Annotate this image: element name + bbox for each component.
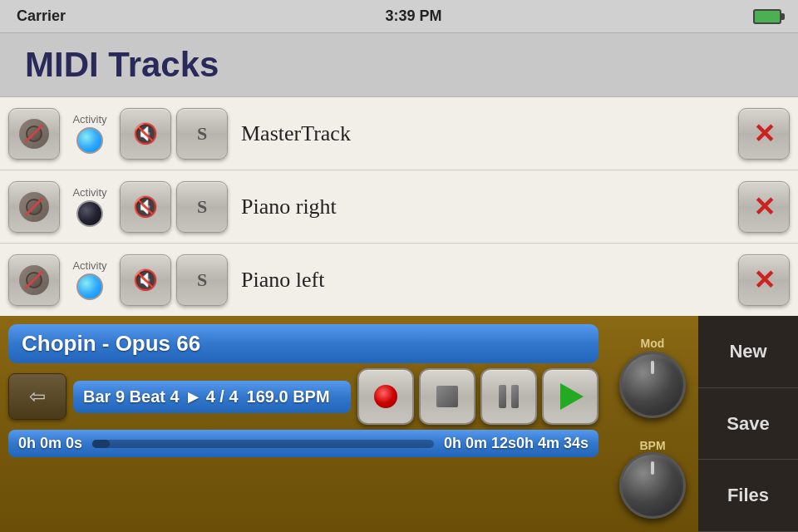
- status-bar: Carrier 3:39 PM: [0, 0, 798, 33]
- mute-button-2[interactable]: [8, 181, 60, 233]
- mod-section: Mod: [616, 330, 689, 425]
- play-button[interactable]: [542, 368, 598, 425]
- stop-icon: [436, 386, 458, 407]
- timeline-track[interactable]: [92, 440, 434, 448]
- bpm-section: BPM: [619, 439, 686, 519]
- table-row: Activity 🔇 S Piano right ✕: [0, 170, 798, 244]
- knob-row: 0h 0m 0s 0h 0m 12s 0h 4m 34s: [8, 430, 598, 457]
- beat-info: Bar 9 Beat 4 ▶ 4 / 4 169.0 BPM: [73, 381, 351, 413]
- back-arrow-icon: ⇦: [29, 385, 46, 408]
- speaker-button-3[interactable]: 🔇: [120, 254, 171, 306]
- speaker-icon-2: 🔇: [133, 195, 158, 219]
- bpm-display: 169.0 BPM: [247, 387, 330, 406]
- solo-button-1[interactable]: S: [176, 108, 228, 160]
- delete-button-2[interactable]: ✕: [738, 181, 790, 233]
- record-icon: [374, 385, 397, 408]
- time-end: 0h 4m 34s: [516, 435, 589, 452]
- activity-indicator-1: [76, 127, 103, 154]
- time-signature: 4 / 4: [206, 387, 239, 406]
- solo-button-3[interactable]: S: [176, 254, 228, 306]
- solo-label-1: S: [197, 123, 207, 145]
- pause-icon: [499, 385, 519, 408]
- delete-icon-1: ✕: [753, 118, 776, 150]
- time-start: 0h 0m 0s: [18, 435, 82, 452]
- speaker-icon-3: 🔇: [133, 268, 158, 292]
- track-name-1: MasterTrack: [233, 121, 733, 146]
- activity-label-1: Activity: [72, 113, 106, 126]
- activity-label-3: Activity: [72, 259, 106, 272]
- activity-indicator-2: [76, 200, 103, 227]
- delete-icon-2: ✕: [753, 191, 776, 223]
- track-name-2: Piano right: [233, 195, 733, 219]
- delete-button-3[interactable]: ✕: [738, 254, 790, 306]
- clock: 3:39 PM: [386, 7, 442, 25]
- time-mid: 0h 0m 12s: [444, 435, 516, 452]
- carrier-label: Carrier: [17, 7, 66, 25]
- activity-col-2: Activity: [65, 186, 115, 227]
- mod-label: Mod: [641, 337, 665, 350]
- speaker-icon-1: 🔇: [133, 122, 158, 145]
- table-row: Activity 🔇 S Piano left ✕: [0, 244, 798, 317]
- speaker-button-1[interactable]: 🔇: [120, 108, 171, 160]
- tracks-list: Activity 🔇 S MasterTrack ✕ Activity 🔇 S: [0, 96, 798, 318]
- page-title-bar: MIDI Tracks: [0, 33, 798, 96]
- stop-button[interactable]: [419, 368, 475, 425]
- delete-button-1[interactable]: ✕: [738, 108, 790, 160]
- mute-icon-2: [19, 192, 49, 222]
- mod-knob[interactable]: [619, 352, 686, 418]
- pause-button[interactable]: [480, 368, 537, 425]
- knobs-panel: Mod BPM: [607, 316, 698, 532]
- bar-beat-label: Bar 9 Beat 4: [83, 387, 180, 406]
- bpm-label: BPM: [639, 439, 665, 452]
- timeline-bar[interactable]: 0h 0m 0s 0h 0m 12s 0h 4m 34s: [8, 430, 598, 457]
- right-sidebar: New Save Files: [698, 316, 798, 532]
- page-title: MIDI Tracks: [25, 45, 219, 85]
- song-name-bar[interactable]: Chopin - Opus 66: [8, 324, 598, 363]
- activity-indicator-3: [76, 273, 103, 300]
- transport-buttons: [357, 368, 598, 425]
- save-button[interactable]: Save: [698, 388, 798, 461]
- mute-icon: [19, 119, 49, 149]
- bpm-knob[interactable]: [619, 452, 686, 519]
- solo-label-2: S: [197, 196, 207, 218]
- mute-icon-3: [19, 265, 49, 295]
- record-button[interactable]: [357, 368, 414, 425]
- solo-button-2[interactable]: S: [176, 181, 228, 233]
- timeline-fill: [92, 440, 110, 448]
- battery-icon: [753, 9, 781, 24]
- solo-label-3: S: [197, 269, 207, 291]
- mute-button-3[interactable]: [8, 254, 60, 306]
- mute-button-1[interactable]: [8, 108, 60, 160]
- activity-col-3: Activity: [65, 259, 115, 300]
- delete-icon-3: ✕: [753, 264, 776, 296]
- controls-row: ⇦ Bar 9 Beat 4 ▶ 4 / 4 169.0 BPM: [8, 368, 598, 425]
- bottom-panel: Chopin - Opus 66 ⇦ Bar 9 Beat 4 ▶ 4 / 4 …: [0, 316, 798, 532]
- transport-area: Chopin - Opus 66 ⇦ Bar 9 Beat 4 ▶ 4 / 4 …: [0, 316, 607, 532]
- table-row: Activity 🔇 S MasterTrack ✕: [0, 97, 798, 170]
- activity-col-1: Activity: [65, 113, 115, 154]
- track-name-3: Piano left: [233, 268, 733, 293]
- play-icon: [560, 383, 584, 410]
- back-button[interactable]: ⇦: [8, 373, 66, 420]
- activity-label-2: Activity: [72, 186, 106, 199]
- speaker-button-2[interactable]: 🔇: [120, 181, 171, 233]
- new-button[interactable]: New: [698, 316, 798, 388]
- play-mini-icon: ▶: [188, 389, 198, 405]
- files-button[interactable]: Files: [698, 460, 798, 532]
